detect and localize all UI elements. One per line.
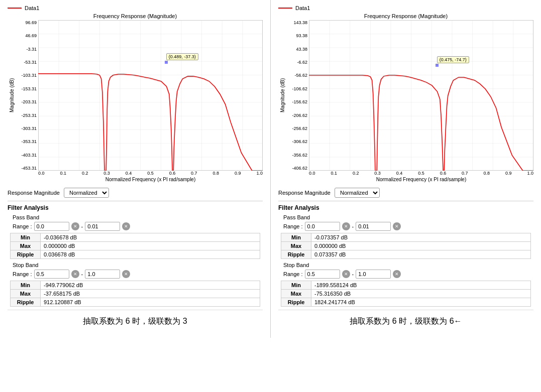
stop-band-from-clear-right[interactable]: ✕: [342, 270, 350, 278]
stop-band-separator-right: -: [352, 271, 354, 277]
svg-rect-1: [38, 20, 263, 171]
legend-left: Data1: [8, 5, 263, 11]
pass-band-from-clear-right[interactable]: ✕: [342, 222, 350, 230]
stop-band-to-clear-left[interactable]: ✕: [122, 270, 130, 278]
stop-band-title-left: Stop Band: [13, 262, 263, 268]
pass-band-min-right: -0.073357 dB: [311, 233, 531, 242]
pass-band-range-label-left: Range :: [13, 223, 32, 229]
chart-area-left: Magnitude (dB) 96.69 46.69 -3.31 -53.31 …: [8, 20, 263, 171]
min-label-left: Min: [11, 233, 41, 242]
response-magnitude-label-left: Response Magnitude: [8, 190, 60, 196]
chart-svg-left: (0.489, -37.3): [38, 20, 263, 171]
response-row-left: Response Magnitude Normalized: [8, 188, 263, 198]
min-label-right: Min: [281, 233, 311, 242]
stop-band-table-left: Min -949.779062 dB Max -37.658175 dB Rip…: [10, 281, 260, 307]
pass-band-to-right[interactable]: [356, 222, 391, 231]
table-row: Ripple 0.073357 dB: [281, 250, 531, 259]
stop-band-from-right[interactable]: [305, 270, 340, 279]
table-row: Max 0.000000 dB: [11, 242, 260, 250]
stop-band-ripple-right: 1824.241774 dB: [311, 298, 531, 307]
y-ticks-right: 143.38 93.38 43.38 -6.62 -56.62 -106.62 …: [286, 20, 309, 171]
pass-band-max-left: 0.000000 dB: [41, 242, 260, 250]
pass-band-table-left: Min -0.036678 dB Max 0.000000 dB Ripple …: [10, 233, 260, 259]
table-row: Min -0.073357 dB: [281, 233, 531, 242]
pass-band-range-left: Range : ✕ - ✕: [13, 222, 263, 231]
panel-left: Data1 Frequency Response (Magnitude) Mag…: [0, 0, 271, 338]
table-row: Max 0.000000 dB: [281, 242, 531, 250]
stop-band-range-left: Range : ✕ - ✕: [13, 270, 263, 279]
max-label-left: Max: [11, 242, 41, 250]
stop-band-range-label-right: Range :: [283, 271, 303, 277]
chart-area-right: Magnitude (dB) 143.38 93.38 43.38 -6.62 …: [278, 20, 533, 171]
pass-band-to-clear-left[interactable]: ✕: [122, 222, 130, 230]
tooltip-dot-left: [165, 61, 168, 64]
x-axis-label-left: Normalized Frequency (x PI rad/sample): [38, 177, 263, 182]
pass-band-range-label-right: Range :: [283, 223, 303, 229]
stop-band-separator-left: -: [81, 271, 83, 277]
pass-band-title-right: Pass Band: [283, 214, 533, 220]
legend-line-right: [278, 8, 292, 9]
legend-line-left: [8, 8, 22, 9]
stop-ripple-label-right: Ripple: [281, 298, 311, 307]
pass-band-from-right[interactable]: [305, 222, 340, 231]
pass-band-ripple-right: 0.073357 dB: [311, 250, 531, 259]
legend-right: Data1: [278, 5, 533, 11]
table-row: Max -75.316350 dB: [281, 290, 531, 298]
y-axis-label-left: Magnitude (dB): [8, 20, 16, 171]
pass-band-range-right: Range : ✕ - ✕: [283, 222, 533, 231]
x-axis-label-right: Normalized Frequency (x PI rad/sample): [309, 177, 533, 182]
stop-band-to-left[interactable]: [85, 270, 120, 279]
table-row: Ripple 0.036678 dB: [11, 250, 260, 259]
bottom-text-left: 抽取系数为 6 时，级联数为 3: [8, 310, 263, 333]
stop-band-max-left: -37.658175 dB: [41, 290, 260, 298]
pass-band-from-left[interactable]: [34, 222, 69, 231]
pass-band-title-left: Pass Band: [13, 214, 263, 220]
stop-min-label-right: Min: [281, 281, 311, 290]
response-magnitude-label-right: Response Magnitude: [278, 190, 331, 196]
response-magnitude-select-right[interactable]: Normalized: [335, 188, 380, 198]
pass-band-separator-left: -: [81, 223, 83, 229]
response-row-right: Response Magnitude Normalized: [278, 188, 533, 198]
pass-band-to-clear-right[interactable]: ✕: [393, 222, 401, 230]
tooltip-dot-right: [436, 64, 439, 67]
x-ticks-left: 0.0 0.1 0.2 0.3 0.4 0.5 0.6 0.7 0.8 0.9 …: [38, 171, 263, 176]
filter-analysis-title-left: Filter Analysis: [8, 204, 263, 211]
table-row: Ripple 912.120887 dB: [11, 298, 260, 307]
stop-min-label-left: Min: [11, 281, 41, 290]
svg-rect-3: [309, 20, 533, 171]
stop-max-label-right: Max: [281, 290, 311, 298]
legend-label-right: Data1: [295, 5, 310, 11]
table-row: Min -949.779062 dB: [11, 281, 260, 290]
stop-band-range-label-left: Range :: [13, 271, 32, 277]
stop-band-from-clear-left[interactable]: ✕: [71, 270, 79, 278]
y-ticks-left: 96.69 46.69 -3.31 -53.31 -103.31 -153.31…: [16, 20, 38, 171]
pass-band-to-left[interactable]: [85, 222, 120, 231]
stop-band-to-right[interactable]: [356, 270, 391, 279]
chart-svg-right: (0.475, -74.7): [309, 20, 533, 171]
stop-band-to-clear-right[interactable]: ✕: [393, 270, 401, 278]
x-ticks-right: 0.0 0.1 0.2 0.3 0.4 0.5 0.6 0.7 0.8 0.9 …: [309, 171, 533, 176]
response-magnitude-select-left[interactable]: Normalized: [64, 188, 109, 198]
chart-title-right: Frequency Response (Magnitude): [278, 13, 533, 19]
table-row: Ripple 1824.241774 dB: [281, 298, 531, 307]
stop-band-min-left: -949.779062 dB: [41, 281, 260, 290]
stop-band-from-left[interactable]: [34, 270, 69, 279]
pass-band-table-right: Min -0.073357 dB Max 0.000000 dB Ripple …: [281, 233, 531, 259]
table-row: Min -1899.558124 dB: [281, 281, 531, 290]
y-axis-label-right: Magnitude (dB): [278, 20, 286, 171]
chart-wrapper-left: Frequency Response (Magnitude) Magnitude…: [8, 13, 263, 184]
stop-ripple-label-left: Ripple: [11, 298, 41, 307]
stop-band-table-right: Min -1899.558124 dB Max -75.316350 dB Ri…: [281, 281, 531, 307]
x-axis-area-right: 0.0 0.1 0.2 0.3 0.4 0.5 0.6 0.7 0.8 0.9 …: [309, 171, 533, 176]
stop-band-min-right: -1899.558124 dB: [311, 281, 531, 290]
ripple-label-left: Ripple: [11, 250, 41, 259]
filter-analysis-title-right: Filter Analysis: [278, 204, 533, 211]
bottom-text-right: 抽取系数为 6 时，级联数为 6←: [278, 310, 533, 333]
chart-title-left: Frequency Response (Magnitude): [8, 13, 263, 19]
separator-right: [278, 201, 533, 201]
pass-band-from-clear-left[interactable]: ✕: [71, 222, 79, 230]
pass-band-min-left: -0.036678 dB: [41, 233, 260, 242]
stop-band-range-right: Range : ✕ - ✕: [283, 270, 533, 279]
pass-band-ripple-left: 0.036678 dB: [41, 250, 260, 259]
stop-band-max-right: -75.316350 dB: [311, 290, 531, 298]
